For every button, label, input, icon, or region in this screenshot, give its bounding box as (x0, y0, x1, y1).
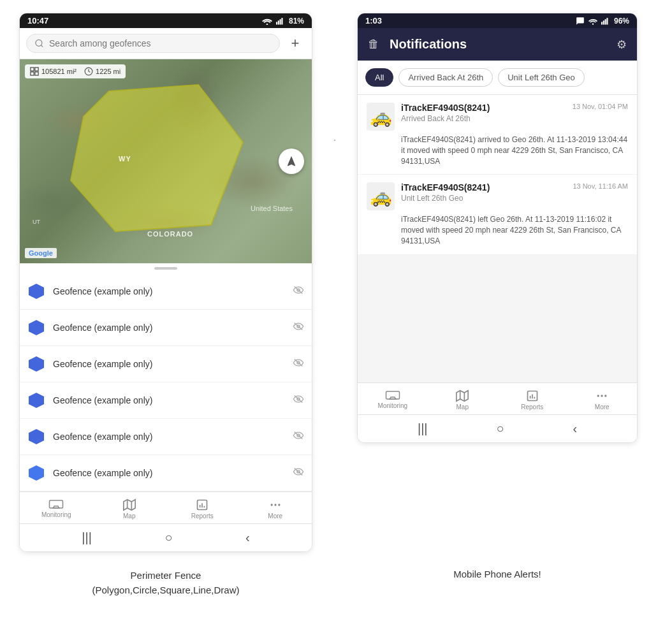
add-geofence-button[interactable]: + (285, 33, 305, 54)
nav-map[interactable]: Map (93, 496, 166, 522)
visibility-toggle[interactable] (293, 467, 304, 479)
nav-monitoring[interactable]: Monitoring (20, 496, 93, 522)
settings-button[interactable]: ⚙ (617, 38, 627, 52)
right-status-bar: 1:03 96% (358, 13, 637, 28)
left-status-icons: 81% (262, 17, 304, 25)
recent-apps-button[interactable]: ||| (82, 530, 92, 545)
svg-marker-12 (29, 284, 44, 299)
home-button[interactable]: ○ (496, 421, 504, 436)
area-icon (30, 67, 39, 76)
left-caption-text: Perimeter Fence(Polygon,Circle,Square,Li… (92, 570, 240, 595)
svg-marker-21 (29, 393, 44, 408)
geofence-icon (27, 355, 45, 373)
device-name: iTrackEF4940S(8241) (401, 182, 566, 193)
home-button[interactable]: ○ (164, 530, 172, 545)
reports-icon (196, 498, 208, 511)
svg-point-0 (267, 24, 268, 25)
map-icon (123, 498, 136, 511)
navigation-button[interactable] (279, 149, 304, 174)
monitoring-icon (385, 389, 400, 401)
notification-info: iTrackEF4940S(8241) Unit Left 26th Geo (401, 182, 566, 203)
map-icon (456, 389, 469, 402)
right-caption: Mobile Phone Alerts! (357, 569, 638, 597)
car-icon: 🚕 (370, 106, 392, 127)
search-input[interactable] (49, 38, 272, 48)
list-item[interactable]: Geofence (example only) (20, 310, 312, 346)
google-logo: Google (25, 248, 57, 258)
left-bottom-nav: Monitoring Map Reports (20, 491, 312, 523)
distance-value: 1225 mi (96, 68, 121, 75)
filter-tab-unit-left[interactable]: Unit Left 26th Geo (498, 68, 585, 87)
filter-tab-all[interactable]: All (365, 68, 393, 87)
svg-rect-2 (278, 20, 279, 24)
nav-more-label: More (268, 513, 282, 520)
visibility-toggle[interactable] (293, 395, 304, 406)
svg-point-56 (597, 395, 599, 397)
map-label-us: United States (251, 205, 293, 212)
filter-tab-arrived[interactable]: Arrived Back At 26th (398, 68, 493, 87)
nav-reports[interactable]: Reports (497, 387, 567, 413)
svg-marker-24 (29, 429, 44, 444)
notification-item[interactable]: 🚕 iTrackEF4940S(8241) Unit Left 26th Geo… (358, 175, 637, 254)
geofence-list: Geofence (example only) Geofence (exampl… (20, 273, 312, 491)
left-phone-nav-bar: ||| ○ ‹ (20, 523, 312, 551)
map-stats: 105821 mi² 1225 mi (25, 64, 126, 78)
search-input-wrap[interactable] (26, 34, 280, 53)
compass-icon (285, 155, 298, 168)
delete-button[interactable]: 🗑 (368, 38, 379, 51)
list-item[interactable]: Geofence (example only) (20, 273, 312, 310)
geo-item-label: Geofence (example only) (53, 395, 285, 405)
left-time: 10:47 (27, 16, 48, 25)
back-button[interactable]: ‹ (573, 421, 577, 436)
svg-point-5 (36, 40, 42, 46)
recent-apps-button[interactable]: ||| (418, 421, 428, 436)
nav-monitoring-label: Monitoring (377, 402, 407, 409)
right-caption-text: Mobile Phone Alerts! (453, 569, 541, 579)
nav-reports-label: Reports (191, 513, 214, 520)
svg-rect-4 (281, 18, 282, 24)
list-item[interactable]: Geofence (example only) (20, 382, 312, 419)
geofence-icon (27, 391, 45, 409)
nav-more[interactable]: More (567, 387, 638, 413)
left-phone: 10:47 81% (19, 13, 312, 552)
notification-item[interactable]: 🚕 iTrackEF4940S(8241) Arrived Back At 26… (358, 95, 637, 175)
list-item[interactable]: Geofence (example only) (20, 419, 312, 455)
visibility-toggle[interactable] (293, 431, 304, 442)
distance-icon (84, 67, 93, 76)
notification-body: iTrackEF4940S(8241) left Geo 26th. At 11… (367, 214, 628, 246)
visibility-toggle[interactable] (293, 286, 304, 297)
area-value: 105821 mi² (41, 68, 77, 75)
visibility-toggle[interactable] (293, 358, 304, 370)
list-item[interactable]: Geofence (example only) (20, 455, 312, 491)
left-caption: Perimeter Fence(Polygon,Circle,Square,Li… (19, 569, 312, 597)
nav-map[interactable]: Map (428, 387, 498, 413)
nav-map-label: Map (123, 513, 135, 520)
svg-marker-27 (29, 465, 44, 481)
back-button[interactable]: ‹ (245, 530, 250, 545)
caption-spacer (332, 569, 338, 597)
svg-point-40 (274, 504, 276, 506)
list-item[interactable]: Geofence (example only) (20, 346, 312, 382)
notification-header: 🚕 iTrackEF4940S(8241) Arrived Back At 26… (367, 103, 628, 131)
svg-point-39 (270, 504, 272, 506)
notification-time: 13 Nov, 01:04 PM (573, 103, 628, 110)
svg-marker-18 (29, 356, 44, 372)
area-stat: 105821 mi² (30, 67, 77, 76)
signal-icon (601, 17, 610, 25)
nav-reports[interactable]: Reports (166, 496, 239, 522)
event-type: Arrived Back At 26th (401, 114, 566, 123)
svg-point-42 (592, 23, 594, 24)
visibility-toggle[interactable] (293, 322, 304, 333)
geofence-polygon (58, 78, 249, 244)
map-label-ut: UT (33, 219, 40, 225)
right-status-icons: 96% (576, 17, 629, 25)
map-label-co: COLORADO (147, 230, 193, 238)
notification-info: iTrackEF4940S(8241) Arrived Back At 26th (401, 103, 566, 123)
geofence-icon (27, 428, 45, 446)
message-icon (576, 17, 585, 25)
svg-rect-7 (31, 68, 34, 71)
svg-rect-44 (603, 20, 604, 24)
nav-more[interactable]: More (239, 496, 312, 522)
nav-monitoring[interactable]: Monitoring (358, 387, 428, 413)
geo-item-label: Geofence (example only) (53, 432, 285, 442)
